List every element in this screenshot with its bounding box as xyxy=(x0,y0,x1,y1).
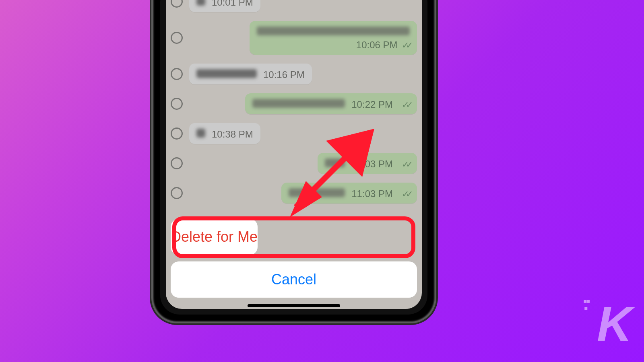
message-row[interactable]: 10:01 PM xyxy=(171,0,417,12)
blurred-message-text xyxy=(196,0,205,6)
message-bubble-outgoing[interactable]: 10:22 PM ✓✓ xyxy=(245,93,417,114)
phone-frame: 10:01 PM 10:06 PM ✓✓ xyxy=(153,0,435,322)
watermark-dots-icon: ▪ ▪ ▪ xyxy=(583,298,588,312)
blurred-message-text xyxy=(257,27,410,35)
message-bubble-outgoing[interactable]: 11:03 PM ✓✓ xyxy=(281,183,417,204)
read-ticks-icon: ✓✓ xyxy=(402,189,410,200)
message-row[interactable]: 11:03 PM ✓✓ xyxy=(171,153,417,174)
watermark: ▪ ▪ ▪ K xyxy=(597,296,630,352)
select-circle-icon[interactable] xyxy=(171,32,183,44)
blurred-message-text xyxy=(196,129,205,138)
message-time: 11:03 PM xyxy=(351,188,393,200)
cancel-button[interactable]: Cancel xyxy=(171,261,417,298)
read-ticks-icon: ✓✓ xyxy=(402,40,410,51)
home-indicator[interactable] xyxy=(248,304,340,307)
action-sheet: Delete for Me Cancel xyxy=(171,219,417,298)
message-row[interactable]: 10:06 PM ✓✓ xyxy=(171,21,417,55)
phone-bezel: 10:01 PM 10:06 PM ✓✓ xyxy=(160,0,427,315)
stage: 10:01 PM 10:06 PM ✓✓ xyxy=(0,0,644,362)
select-circle-icon[interactable] xyxy=(171,0,183,8)
blurred-message-text xyxy=(289,188,345,197)
message-time: 10:38 PM xyxy=(212,129,253,140)
watermark-letter: K xyxy=(597,297,630,351)
message-row[interactable]: 10:22 PM ✓✓ xyxy=(171,93,417,114)
select-circle-icon[interactable] xyxy=(171,128,183,140)
message-time: 10:01 PM xyxy=(212,0,253,8)
message-time: 10:22 PM xyxy=(351,99,393,110)
message-row[interactable]: 10:16 PM xyxy=(171,64,417,84)
blurred-message-text xyxy=(325,158,345,167)
message-bubble-outgoing[interactable]: 10:06 PM ✓✓ xyxy=(250,21,417,55)
select-circle-icon[interactable] xyxy=(171,157,183,169)
message-bubble-incoming[interactable]: 10:16 PM xyxy=(189,64,312,84)
message-time: 11:03 PM xyxy=(351,158,393,170)
blurred-message-text xyxy=(196,69,257,78)
delete-row: Delete for Me xyxy=(171,219,417,255)
message-time: 10:06 PM xyxy=(356,39,398,50)
message-bubble-outgoing[interactable]: 11:03 PM ✓✓ xyxy=(318,153,417,174)
delete-for-me-button[interactable]: Delete for Me xyxy=(171,219,258,255)
message-row[interactable]: 10:38 PM xyxy=(171,123,417,144)
message-time: 10:16 PM xyxy=(263,69,305,80)
select-circle-icon[interactable] xyxy=(171,68,183,80)
read-ticks-icon: ✓✓ xyxy=(402,100,410,110)
phone-screen: 10:01 PM 10:06 PM ✓✓ xyxy=(166,0,422,309)
blurred-message-text xyxy=(252,99,345,108)
read-ticks-icon: ✓✓ xyxy=(402,159,410,170)
message-bubble-incoming[interactable]: 10:38 PM xyxy=(189,123,260,144)
select-circle-icon[interactable] xyxy=(171,187,183,199)
message-row[interactable]: 11:03 PM ✓✓ xyxy=(171,183,417,204)
select-circle-icon[interactable] xyxy=(171,98,183,110)
message-bubble-incoming[interactable]: 10:01 PM xyxy=(189,0,260,12)
